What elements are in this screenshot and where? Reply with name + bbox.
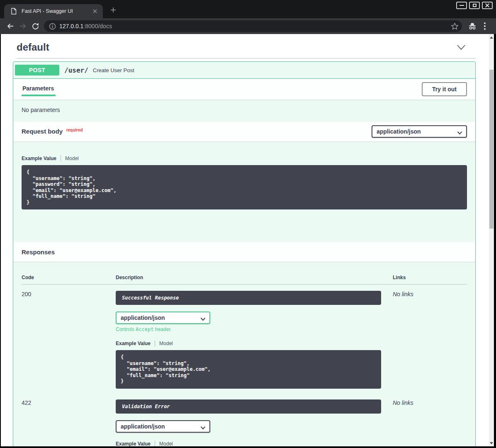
scroll-up-icon[interactable]: [489, 35, 494, 40]
col-header-links: Links: [393, 275, 467, 280]
method-badge: POST: [15, 65, 59, 75]
dropdown-arrow-icon: [457, 129, 462, 136]
response-description-block: Validation Error: [116, 399, 381, 414]
chevron-down-icon[interactable]: [457, 44, 466, 50]
tab-separator: [155, 441, 155, 447]
response-row-422: 422 Validation Error application/json Ex…: [22, 393, 467, 447]
responses-header: Responses: [13, 242, 475, 262]
maximize-icon[interactable]: [469, 2, 480, 9]
bookmark-star-icon[interactable]: [451, 22, 459, 30]
response-content-type-select-422[interactable]: application/json: [116, 420, 210, 433]
endpoint-summary: Create User Post: [93, 67, 134, 73]
response-code: 422: [22, 399, 116, 447]
endpoint-path: /user/: [64, 66, 88, 74]
scrollbar-thumb[interactable]: [489, 70, 494, 229]
response-description-block: Successful Response: [116, 291, 381, 305]
opblock-post-user: POST /user/ Create User Post Parameters …: [13, 61, 476, 446]
window-controls: [456, 2, 493, 9]
document-icon: [11, 8, 17, 15]
col-header-description: Description: [116, 275, 393, 280]
model-example-tabs: Example Value Model: [116, 341, 393, 346]
new-tab-icon[interactable]: [108, 5, 119, 15]
response-links: No links: [393, 399, 467, 447]
response-links: No links: [393, 291, 467, 389]
tag-section-header: default: [13, 37, 476, 56]
responses-table: Code Description Links 200 Successful Re…: [13, 262, 475, 446]
tab-title: Fast API - Swagger UI: [22, 8, 91, 14]
accept-header-note: Controls Accept header.: [116, 326, 393, 332]
try-it-out-button[interactable]: Try it out: [422, 82, 467, 96]
tab-model[interactable]: Model: [159, 441, 173, 447]
tab-model[interactable]: Model: [159, 341, 173, 346]
model-example-tabs: Example Value Model: [116, 441, 393, 447]
reload-icon[interactable]: [29, 20, 41, 32]
page-scrollbar[interactable]: [489, 34, 494, 446]
url-text: 127.0.0.1:8000/docs: [59, 23, 451, 29]
section-divider: [17, 58, 476, 58]
tab-example-value[interactable]: Example Value: [22, 156, 56, 161]
tab-example-value[interactable]: Example Value: [116, 341, 151, 346]
tab-close-icon[interactable]: [91, 7, 99, 15]
info-icon: [49, 23, 56, 30]
tab-separator: [61, 156, 61, 161]
opblock-summary[interactable]: POST /user/ Create User Post: [13, 62, 475, 79]
tab-parameters[interactable]: Parameters: [22, 83, 56, 96]
browser-toolbar: 127.0.0.1:8000/docs: [0, 18, 496, 34]
tag-title: default: [17, 41, 49, 53]
address-bar[interactable]: 127.0.0.1:8000/docs: [44, 20, 462, 32]
tab-model[interactable]: Model: [65, 156, 79, 161]
incognito-icon: [466, 20, 479, 32]
page-viewport: default POST /user/ Create User Post Par…: [1, 34, 489, 446]
back-icon[interactable]: [4, 20, 17, 32]
request-body-title: Request body: [22, 128, 63, 135]
close-icon[interactable]: [482, 2, 493, 9]
dropdown-arrow-icon: [200, 424, 206, 431]
request-example-code: { "username": "string", "password": "str…: [22, 165, 467, 209]
no-parameters-text: No parameters: [13, 100, 475, 122]
request-body-section: Example Value Model { "username": "strin…: [13, 141, 475, 242]
request-body-header: Request body required application/json: [13, 122, 475, 141]
titlebar: Fast API - Swagger UI: [0, 0, 496, 18]
dropdown-arrow-icon: [200, 316, 206, 322]
parameters-header: Parameters Try it out: [13, 79, 475, 100]
menu-dots-icon[interactable]: [479, 20, 491, 32]
minimize-icon[interactable]: [456, 2, 467, 9]
forward-icon[interactable]: [17, 20, 29, 32]
col-header-code: Code: [22, 275, 116, 280]
request-content-type-select[interactable]: application/json: [372, 125, 467, 138]
response-content-type-select-200[interactable]: application/json: [116, 312, 210, 324]
responses-table-header: Code Description Links: [22, 275, 467, 285]
tab-separator: [155, 341, 155, 346]
tab-example-value[interactable]: Example Value: [116, 441, 151, 447]
browser-tab[interactable]: Fast API - Swagger UI: [4, 4, 103, 18]
response-example-code-200: { "username": "string", "email": "user@e…: [116, 350, 381, 389]
response-code: 200: [22, 291, 116, 389]
scroll-down-icon[interactable]: [489, 441, 494, 446]
response-row-200: 200 Successful Response application/json…: [22, 285, 467, 389]
model-example-tabs: Example Value Model: [22, 156, 467, 161]
responses-title: Responses: [22, 248, 55, 256]
required-badge: required: [66, 128, 83, 132]
